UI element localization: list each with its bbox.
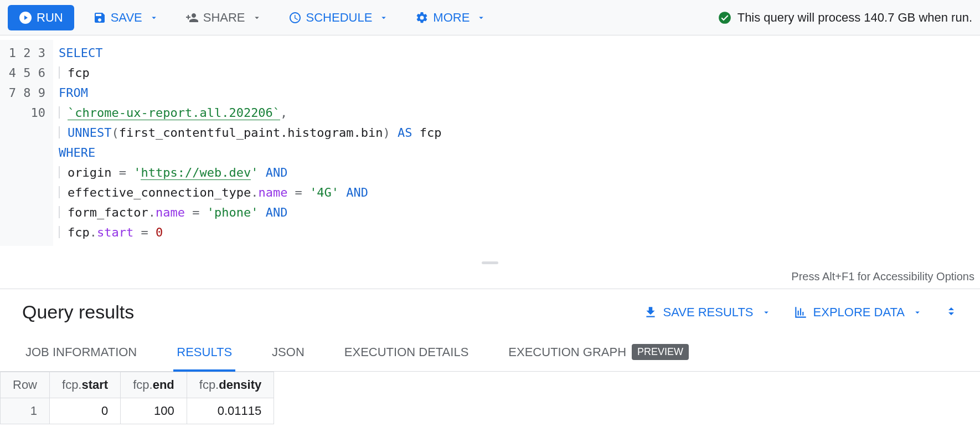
tab-json[interactable]: JSON — [269, 333, 308, 371]
cell-end: 100 — [121, 398, 187, 424]
save-label: SAVE — [111, 11, 142, 25]
check-circle-icon — [718, 11, 732, 25]
more-button[interactable]: MORE — [408, 6, 494, 29]
kw-unnest: UNNEST — [68, 126, 111, 140]
col: fcp — [68, 66, 90, 80]
caret-down-icon — [252, 13, 262, 23]
explore-data-label: EXPLORE DATA — [813, 305, 905, 320]
indent-guide — [59, 186, 60, 198]
cell-density: 0.01115 — [187, 398, 274, 424]
save-icon — [93, 11, 106, 24]
results-table: Row fcp.start fcp.end fcp.density 1 0 10… — [0, 372, 274, 424]
tab-results[interactable]: RESULTS — [173, 333, 235, 371]
col-row: Row — [1, 372, 50, 398]
indent-guide — [59, 226, 60, 238]
chart-icon — [793, 305, 808, 320]
indent-guide — [59, 206, 60, 218]
code-area[interactable]: SELECT fcp FROM `chrome-ux-report.all.20… — [53, 40, 980, 246]
tab-execution-graph-label: EXECUTION GRAPH — [508, 345, 626, 359]
results-tabs: JOB INFORMATION RESULTS JSON EXECUTION D… — [0, 333, 980, 372]
table-ref[interactable]: `chrome-ux-report.all.202206` — [68, 106, 280, 120]
preview-badge: PREVIEW — [632, 344, 689, 360]
col-fcp-density: fcp.density — [187, 372, 274, 398]
more-label: MORE — [433, 11, 470, 25]
tab-execution-graph[interactable]: EXECUTION GRAPH PREVIEW — [505, 333, 692, 371]
clock-icon — [288, 11, 302, 24]
schedule-button[interactable]: SCHEDULE — [281, 6, 397, 29]
tab-execution-details[interactable]: EXECUTION DETAILS — [341, 333, 472, 371]
sql-editor[interactable]: 1 2 3 4 5 6 7 8 9 10 SELECT fcp FROM `ch… — [0, 35, 980, 261]
explore-data-button[interactable]: EXPLORE DATA — [793, 305, 922, 320]
line-gutter: 1 2 3 4 5 6 7 8 9 10 — [0, 40, 53, 246]
indent-guide — [59, 166, 60, 178]
results-title: Query results — [22, 301, 134, 323]
person-add-icon — [185, 11, 199, 24]
col-fcp-end: fcp.end — [121, 372, 187, 398]
svg-point-1 — [719, 12, 731, 24]
cell-start: 0 — [50, 398, 121, 424]
results-header: Query results SAVE RESULTS EXPLORE DATA — [0, 289, 980, 333]
caret-down-icon — [379, 13, 389, 23]
save-button[interactable]: SAVE — [85, 6, 167, 29]
play-icon — [19, 11, 32, 24]
download-icon — [643, 305, 658, 320]
validation-text: This query will process 140.7 GB when ru… — [737, 11, 972, 25]
caret-down-icon — [761, 307, 771, 317]
indent-guide — [59, 66, 60, 79]
pane-resize-handle[interactable] — [0, 261, 980, 268]
toolbar: RUN SAVE SHARE SCHEDULE MORE This query … — [0, 0, 980, 35]
save-results-label: SAVE RESULTS — [663, 305, 754, 320]
table-row[interactable]: 1 0 100 0.01115 — [1, 398, 274, 424]
collapse-panel-button[interactable] — [945, 305, 958, 320]
indent-guide — [59, 126, 60, 138]
query-validation: This query will process 140.7 GB when ru… — [718, 11, 972, 25]
indent-guide — [59, 106, 60, 119]
col-fcp-start: fcp.start — [50, 372, 121, 398]
caret-down-icon — [149, 13, 159, 23]
run-button[interactable]: RUN — [8, 5, 74, 30]
kw-where: WHERE — [59, 146, 95, 160]
kw-select: SELECT — [59, 46, 102, 60]
share-label: SHARE — [203, 11, 245, 25]
share-button[interactable]: SHARE — [178, 6, 270, 29]
save-results-button[interactable]: SAVE RESULTS — [643, 305, 771, 320]
unfold-icon — [945, 305, 958, 318]
tab-job-information[interactable]: JOB INFORMATION — [22, 333, 140, 371]
table-header-row: Row fcp.start fcp.end fcp.density — [1, 372, 274, 398]
toolbar-left: RUN SAVE SHARE SCHEDULE MORE — [8, 5, 494, 30]
cell-rownum: 1 — [1, 398, 50, 424]
caret-down-icon — [912, 307, 922, 317]
schedule-label: SCHEDULE — [306, 11, 373, 25]
caret-down-icon — [476, 13, 486, 23]
results-actions: SAVE RESULTS EXPLORE DATA — [643, 305, 958, 320]
url-literal[interactable]: https://web.dev — [141, 166, 251, 180]
run-label: RUN — [37, 11, 63, 25]
accessibility-hint: Press Alt+F1 for Accessibility Options — [0, 268, 980, 289]
gear-icon — [415, 11, 429, 24]
kw-from: FROM — [59, 86, 88, 100]
